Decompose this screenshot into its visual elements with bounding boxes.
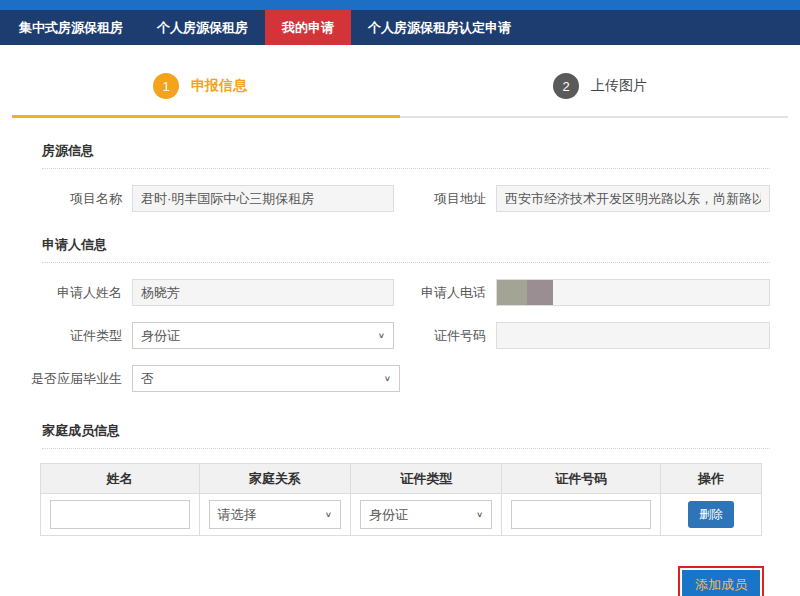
project-address-input[interactable] [496,185,770,212]
step-1-underline [12,115,400,118]
main-nav: 集中式房源保租房 个人房源保租房 我的申请 个人房源保租房认定申请 [0,10,800,45]
delete-member-button[interactable]: 删除 [688,501,734,528]
applicant-phone-input[interactable] [496,279,770,306]
applicant-phone-field-group: 申请人电话 [396,279,770,306]
top-strip [0,0,800,10]
step-declare-info: 1 申报信息 [0,73,400,99]
add-member-row: 添加成员 [0,566,764,596]
member-relation-cell: 请选择 ∨ [199,494,350,536]
family-members-table: 姓名 家庭关系 证件类型 证件号码 操作 请选择 ∨ 身份证 ∨ [40,463,762,536]
member-name-input[interactable] [50,500,190,529]
member-id-type-cell: 身份证 ∨ [351,494,502,536]
fresh-graduate-selected-value: 否 [141,370,380,388]
section-title-housing-info: 房源信息 [42,142,770,169]
id-type-label: 证件类型 [20,327,132,345]
member-relation-select[interactable]: 请选择 ∨ [209,500,341,529]
member-actions-cell: 删除 [661,494,762,536]
col-header-actions: 操作 [661,464,762,494]
stepper: 1 申报信息 2 上传图片 [0,73,800,99]
add-member-button[interactable]: 添加成员 [682,570,760,596]
fresh-graduate-select[interactable]: 否 ∨ [132,365,400,392]
col-header-relation: 家庭关系 [199,464,350,494]
applicant-name-label: 申请人姓名 [20,284,132,302]
family-member-row: 请选择 ∨ 身份证 ∨ 删除 [41,494,762,536]
project-address-field-group: 项目地址 [396,185,770,212]
project-name-input[interactable] [132,185,394,212]
nav-item-personal-housing-certification[interactable]: 个人房源保租房认定申请 [351,10,528,45]
id-number-input[interactable] [496,322,770,349]
nav-item-my-applications[interactable]: 我的申请 [265,10,351,45]
applicant-name-phone-row: 申请人姓名 申请人电话 [20,279,770,306]
step-2-underline [400,116,788,118]
member-id-type-selected-value: 身份证 [369,506,472,524]
redaction-block [497,280,527,305]
section-title-applicant-info: 申请人信息 [42,236,770,263]
fresh-graduate-field-group: 是否应届毕业生 否 ∨ [20,365,400,392]
chevron-down-icon: ∨ [380,374,391,383]
fresh-graduate-label: 是否应届毕业生 [20,370,132,388]
col-header-name: 姓名 [41,464,200,494]
applicant-name-input[interactable] [132,279,394,306]
member-name-cell [41,494,200,536]
project-address-label: 项目地址 [396,190,496,208]
id-type-selected-value: 身份证 [141,327,374,345]
step-2-circle: 2 [553,73,579,99]
member-relation-selected-value: 请选择 [218,506,321,524]
nav-item-personal-housing[interactable]: 个人房源保租房 [140,10,265,45]
project-name-label: 项目名称 [20,190,132,208]
nav-item-centralized-housing[interactable]: 集中式房源保租房 [2,10,140,45]
family-table-header-row: 姓名 家庭关系 证件类型 证件号码 操作 [41,464,762,494]
member-id-number-input[interactable] [511,500,651,529]
chevron-down-icon: ∨ [374,331,385,340]
annotation-highlight: 添加成员 [678,566,764,596]
step-1-circle: 1 [153,73,179,99]
step-underline [12,115,788,118]
id-type-field-group: 证件类型 身份证 ∨ [20,322,394,349]
member-id-type-select[interactable]: 身份证 ∨ [360,500,492,529]
step-1-label: 申报信息 [191,77,247,95]
redaction-block [527,280,553,305]
applicant-name-field-group: 申请人姓名 [20,279,394,306]
fresh-graduate-row: 是否应届毕业生 否 ∨ [20,365,770,392]
col-header-id-type: 证件类型 [351,464,502,494]
step-upload-images: 2 上传图片 [400,73,800,99]
id-number-field-group: 证件号码 [396,322,770,349]
member-id-number-cell [502,494,661,536]
project-name-field-group: 项目名称 [20,185,394,212]
id-number-label: 证件号码 [396,327,496,345]
id-type-number-row: 证件类型 身份证 ∨ 证件号码 [20,322,770,349]
housing-info-row: 项目名称 项目地址 [20,185,770,212]
section-title-family-members: 家庭成员信息 [42,422,770,449]
step-2-label: 上传图片 [591,77,647,95]
phone-redaction-blur [497,280,553,305]
chevron-down-icon: ∨ [472,510,483,519]
applicant-phone-label: 申请人电话 [396,284,496,302]
id-type-select[interactable]: 身份证 ∨ [132,322,394,349]
col-header-id-number: 证件号码 [502,464,661,494]
chevron-down-icon: ∨ [321,510,332,519]
